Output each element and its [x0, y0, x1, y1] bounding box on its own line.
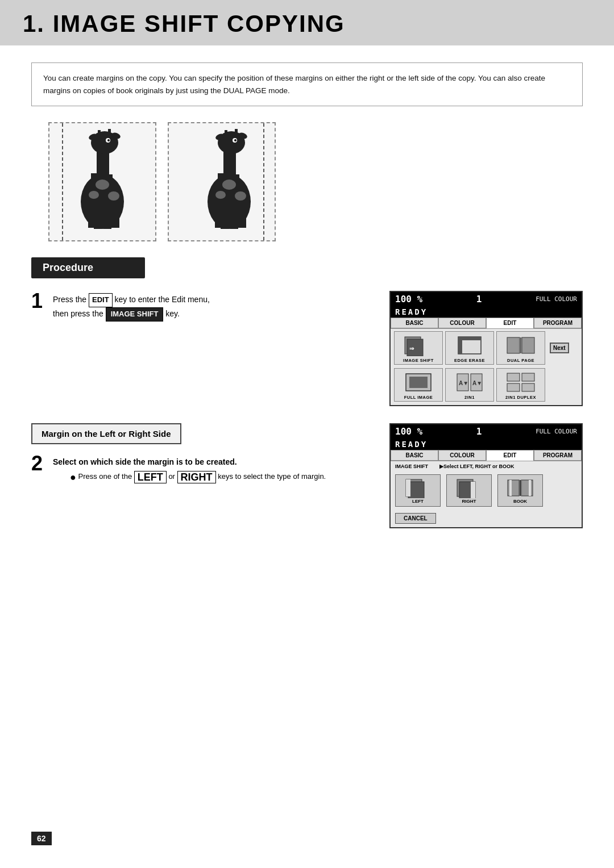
svg-rect-51: [507, 373, 520, 381]
image-shift-key: IMAGE SHIFT: [106, 307, 164, 322]
edge-erase-icon: [453, 334, 487, 357]
lcd2-tab-basic[interactable]: BASIC: [391, 450, 438, 461]
svg-rect-12: [108, 129, 111, 136]
lcd1-full-image-btn[interactable]: FULL IMAGE: [394, 368, 443, 402]
lcd1-full-image-label: FULL IMAGE: [404, 395, 433, 400]
lcd1-icons-row2: FULL IMAGE A▼ A▼ 2IN1: [391, 367, 582, 405]
step-2-content: 2 Select on which side the margin is to …: [31, 453, 372, 483]
step-2-lcd: 100 % 1 FULL COLOUR READY BASIC COLOUR E…: [389, 423, 583, 528]
lcd2-count: 1: [476, 426, 482, 437]
step-2-left: Margin on the Left or Right Side 2 Selec…: [31, 423, 372, 487]
svg-rect-52: [507, 383, 520, 391]
svg-rect-30: [235, 129, 238, 136]
page-header: 1. IMAGE SHIFT COPYING: [0, 0, 614, 45]
lcd2-tab-edit[interactable]: EDIT: [486, 450, 534, 461]
svg-rect-11: [98, 130, 101, 137]
lcd2-cancel-row: CANCEL: [391, 510, 582, 527]
lcd2-left-btn[interactable]: LEFT: [395, 474, 441, 507]
step-1-number: 1: [31, 291, 47, 311]
step-1-row: 1 Press the EDIT key to enter the Edit m…: [31, 291, 583, 406]
svg-text:A▼: A▼: [459, 380, 468, 386]
step-2-text: Select on which side the margin is to be…: [53, 453, 326, 483]
svg-rect-60: [471, 482, 475, 498]
lcd1-tab-edit[interactable]: EDIT: [486, 318, 534, 328]
right-icon: [455, 477, 483, 499]
lcd2-left-label: LEFT: [412, 499, 424, 504]
page-title: 1. IMAGE SHIFT COPYING: [23, 10, 591, 37]
lcd1-2in1-btn[interactable]: A▼ A▼ 2IN1: [445, 368, 494, 402]
lcd1-2in1-duplex-btn[interactable]: 2IN1 DUPLEX: [496, 368, 545, 402]
edit-key: EDIT: [89, 293, 113, 307]
svg-rect-65: [529, 480, 531, 496]
svg-point-35: [234, 139, 237, 141]
lcd1-tabs: BASIC COLOUR EDIT PROGRAM: [391, 318, 582, 329]
lcd1-edge-erase-btn[interactable]: EDGE ERASE: [445, 331, 494, 365]
lcd2-mode-instruction: ▶Select LEFT, RIGHT or BOOK: [439, 464, 515, 469]
bullet-dot: ●: [70, 471, 76, 483]
svg-rect-5: [88, 207, 96, 228]
svg-rect-23: [215, 207, 223, 228]
giraffe-image-left: [48, 122, 156, 241]
2in1-icon: A▼ A▼: [453, 371, 487, 394]
svg-rect-41: [458, 337, 481, 340]
margin-label-box: Margin on the Left or Right Side: [31, 423, 181, 444]
lcd2-book-btn[interactable]: BOOK: [497, 474, 543, 507]
lcd2-mode-label: IMAGE SHIFT: [395, 464, 428, 469]
svg-rect-43: [522, 337, 534, 353]
lcd1-icons-row1: ⇒ IMAGE SHIFT: [391, 329, 582, 367]
giraffe-margin-indicator-left: [62, 123, 63, 240]
lcd-screen-2: 100 % 1 FULL COLOUR READY BASIC COLOUR E…: [389, 423, 583, 528]
full-image-icon: [401, 371, 435, 394]
svg-rect-24: [238, 207, 246, 228]
step-2-number: 2: [31, 453, 47, 474]
svg-rect-46: [409, 377, 428, 388]
svg-point-17: [107, 139, 110, 141]
lcd2-ready: READY: [391, 439, 582, 450]
lcd2-top-bar: 100 % 1 FULL COLOUR: [391, 424, 582, 439]
image-shift-icon: ⇒: [401, 334, 435, 357]
lcd1-tab-colour[interactable]: COLOUR: [438, 318, 486, 328]
svg-rect-42: [507, 337, 520, 353]
svg-point-32: [235, 191, 246, 201]
right-key: RIGHT: [177, 471, 216, 483]
intro-box: You can create margins on the copy. You …: [31, 62, 583, 106]
lcd1-tab-program[interactable]: PROGRAM: [534, 318, 582, 328]
lcd1-tab-basic[interactable]: BASIC: [391, 318, 438, 328]
lcd2-right-btn[interactable]: RIGHT: [446, 474, 492, 507]
lcd2-tab-colour[interactable]: COLOUR: [438, 450, 486, 461]
lcd1-next-button[interactable]: Next: [550, 343, 569, 353]
svg-rect-56: [408, 482, 424, 498]
svg-rect-57: [406, 479, 410, 496]
step-2-row: Margin on the Left or Right Side 2 Selec…: [31, 423, 583, 528]
giraffe-svg-right: [184, 128, 275, 236]
lcd1-image-shift-btn[interactable]: ⇒ IMAGE SHIFT: [394, 331, 443, 365]
lcd2-right-label: RIGHT: [462, 499, 476, 504]
svg-point-14: [108, 191, 119, 201]
lcd1-dual-page-btn[interactable]: DUAL PAGE: [496, 331, 545, 365]
lcd2-cancel-button[interactable]: CANCEL: [395, 513, 436, 524]
giraffe-image-right: [168, 122, 276, 241]
lcd1-2in1-duplex-label: 2IN1 DUPLEX: [505, 395, 536, 400]
book-icon: [506, 477, 534, 499]
svg-text:⇒: ⇒: [409, 345, 414, 352]
dual-page-icon: [504, 334, 538, 357]
svg-rect-29: [225, 130, 227, 137]
lcd1-count: 1: [476, 294, 482, 304]
svg-rect-22: [230, 207, 238, 229]
step-1-content: 1 Press the EDIT key to enter the Edit m…: [31, 291, 372, 322]
giraffe-margin-indicator-right: [263, 123, 264, 240]
lcd1-2in1-label: 2IN1: [464, 395, 475, 400]
lcd1-dual-page-label: DUAL PAGE: [507, 358, 534, 363]
left-icon: [404, 477, 432, 499]
giraffe-section: [48, 122, 583, 241]
lcd1-percent: 100 %: [395, 294, 422, 304]
lcd2-tab-program[interactable]: PROGRAM: [534, 450, 582, 461]
lcd2-book-label: BOOK: [513, 499, 527, 504]
svg-rect-54: [522, 383, 534, 391]
step-2-instruction: Select on which side the margin is to be…: [53, 457, 237, 466]
svg-rect-64: [509, 480, 512, 496]
svg-rect-53: [522, 373, 534, 381]
lcd1-top-bar: 100 % 1 FULL COLOUR: [391, 292, 582, 306]
lcd-screen-1: 100 % 1 FULL COLOUR READY BASIC COLOUR E…: [389, 291, 583, 406]
lcd1-status: FULL COLOUR: [536, 295, 577, 303]
